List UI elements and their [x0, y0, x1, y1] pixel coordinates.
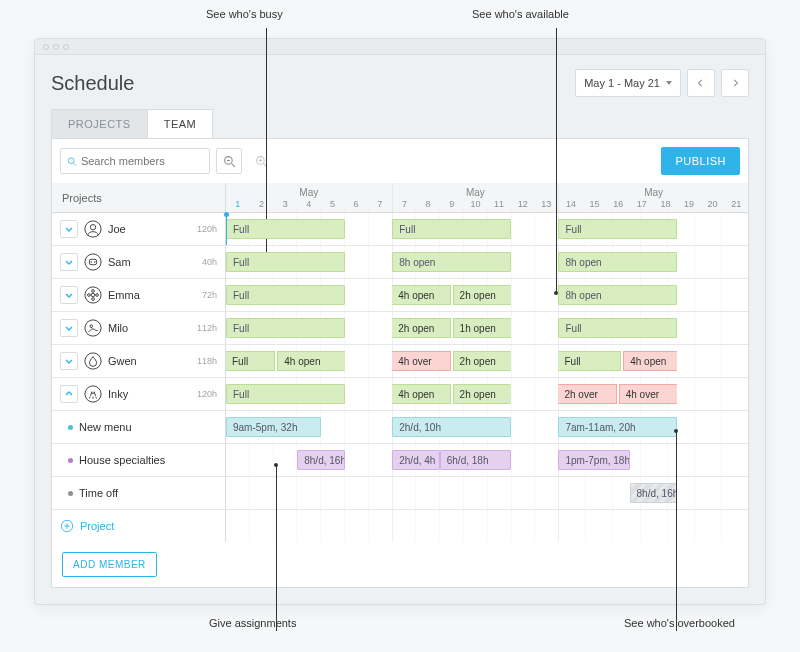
- page-title: Schedule: [51, 72, 134, 95]
- member-name: Emma: [108, 289, 196, 301]
- schedule-bar[interactable]: Full: [226, 219, 345, 239]
- avatar-icon: [84, 352, 102, 370]
- chevron-down-icon[interactable]: [60, 220, 78, 238]
- schedule-bar[interactable]: 8h open: [558, 285, 676, 305]
- member-name: Sam: [108, 256, 196, 268]
- member-row: Inky120h: [52, 378, 226, 410]
- schedule-bar[interactable]: Full4h open: [558, 351, 676, 371]
- avatar-icon: [84, 385, 102, 403]
- publish-button[interactable]: PUBLISH: [661, 147, 740, 175]
- chevron-down-icon[interactable]: [60, 352, 78, 370]
- schedule-bar[interactable]: Full: [558, 219, 676, 239]
- project-name: Time off: [79, 487, 217, 499]
- svg-point-18: [92, 298, 95, 301]
- chevron-down-icon[interactable]: [60, 286, 78, 304]
- schedule-bar[interactable]: 8h open: [558, 252, 676, 272]
- search-input[interactable]: [60, 148, 210, 174]
- tabs: PROJECTS TEAM: [51, 109, 749, 139]
- svg-point-0: [68, 157, 74, 163]
- tab-projects[interactable]: PROJECTS: [51, 109, 148, 138]
- chevron-up-icon[interactable]: [60, 385, 78, 403]
- project-name: New menu: [79, 421, 217, 433]
- member-hours: 120h: [197, 224, 217, 234]
- callout-over: See who's overbooked: [624, 617, 735, 629]
- assignment-bar[interactable]: 1pm-7pm, 18h: [558, 450, 629, 470]
- avatar-icon: [84, 253, 102, 271]
- project-color-dot: [68, 491, 73, 496]
- callout-busy: See who's busy: [206, 8, 283, 20]
- prev-button[interactable]: [687, 69, 715, 97]
- member-hours: 118h: [197, 356, 217, 366]
- zoom-out-button[interactable]: [216, 148, 242, 174]
- svg-point-25: [91, 391, 92, 392]
- add-member-button[interactable]: ADD MEMBER: [62, 552, 157, 577]
- assignment-bar[interactable]: 8h/d, 16h: [630, 483, 677, 503]
- svg-point-17: [92, 290, 95, 293]
- svg-point-10: [90, 225, 95, 230]
- svg-line-1: [74, 163, 76, 165]
- date-range-picker[interactable]: May 1 - May 21: [575, 69, 681, 97]
- member-row: Emma72h: [52, 279, 226, 311]
- avatar-icon: [84, 220, 102, 238]
- svg-point-13: [90, 261, 91, 262]
- tab-team[interactable]: TEAM: [147, 109, 214, 138]
- chevron-down-icon[interactable]: [60, 253, 78, 271]
- schedule-bar[interactable]: 4h over2h open: [392, 351, 511, 371]
- svg-point-21: [85, 320, 101, 336]
- schedule-bar[interactable]: Full: [392, 219, 511, 239]
- svg-point-22: [90, 325, 93, 328]
- svg-point-14: [94, 261, 95, 262]
- svg-point-26: [94, 391, 95, 392]
- assignment-bar[interactable]: 2h/d, 10h: [392, 417, 511, 437]
- member-name: Inky: [108, 388, 191, 400]
- projects-column-header: Projects: [52, 183, 226, 212]
- svg-line-4: [231, 163, 234, 166]
- schedule-bar[interactable]: Full4h open: [226, 351, 345, 371]
- zoom-in-button[interactable]: [248, 148, 274, 174]
- schedule-bar[interactable]: Full: [226, 318, 345, 338]
- add-project-button[interactable]: Project: [60, 519, 114, 533]
- assignment-bar[interactable]: 7am-11am, 20h: [558, 417, 676, 437]
- schedule-bar[interactable]: 2h over4h over: [558, 384, 676, 404]
- project-row: House specialties: [52, 444, 226, 476]
- member-name: Milo: [108, 322, 191, 334]
- chevron-down-icon[interactable]: [60, 319, 78, 337]
- schedule-bar[interactable]: Full: [558, 318, 676, 338]
- schedule-bar[interactable]: 4h open2h open: [392, 384, 511, 404]
- member-hours: 112h: [197, 323, 217, 333]
- svg-point-9: [85, 221, 101, 237]
- project-row: New menu: [52, 411, 226, 443]
- chevron-down-icon: [666, 81, 672, 85]
- svg-point-24: [85, 386, 101, 402]
- member-row: Sam40h: [52, 246, 226, 278]
- schedule-bar[interactable]: Full: [226, 384, 345, 404]
- callout-available: See who's available: [472, 8, 569, 20]
- project-color-dot: [68, 458, 73, 463]
- schedule-bar[interactable]: 2h open1h open: [392, 318, 511, 338]
- project-row: Time off: [52, 477, 226, 509]
- search-icon: [67, 156, 77, 167]
- schedule-bar[interactable]: 8h open: [392, 252, 511, 272]
- member-row: Joe120h: [52, 213, 226, 245]
- member-row: Milo112h: [52, 312, 226, 344]
- callout-assign: Give assignments: [209, 617, 296, 629]
- assignment-bar[interactable]: 2h/d, 4h: [392, 450, 439, 470]
- svg-point-19: [88, 294, 91, 297]
- avatar-icon: [84, 286, 102, 304]
- member-hours: 40h: [202, 257, 217, 267]
- schedule-bar[interactable]: Full: [226, 252, 345, 272]
- plus-circle-icon: [60, 519, 74, 533]
- avatar-icon: [84, 319, 102, 337]
- assignment-bar[interactable]: 8h/d, 16h: [297, 450, 344, 470]
- schedule-bar[interactable]: 4h open2h open: [392, 285, 511, 305]
- svg-point-16: [91, 293, 95, 297]
- member-name: Gwen: [108, 355, 191, 367]
- member-hours: 72h: [202, 290, 217, 300]
- svg-point-11: [85, 254, 101, 270]
- assignment-bar[interactable]: 6h/d, 18h: [440, 450, 511, 470]
- project-color-dot: [68, 425, 73, 430]
- next-button[interactable]: [721, 69, 749, 97]
- schedule-bar[interactable]: Full: [226, 285, 345, 305]
- zoom-out-icon: [223, 155, 236, 168]
- assignment-bar[interactable]: 9am-5pm, 32h: [226, 417, 321, 437]
